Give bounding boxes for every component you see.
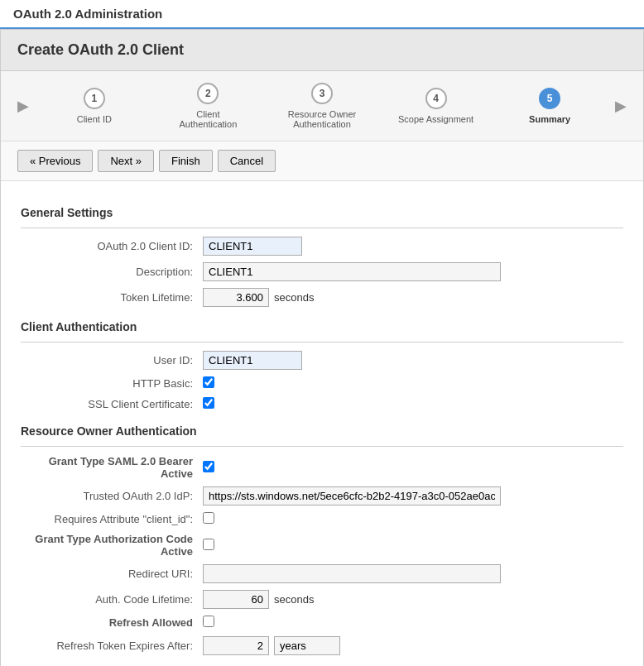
saml-bearer-control [203,461,517,475]
wizard-bar: ▶ 1 Client ID 2 Client Authentication 3 … [1,71,643,141]
refresh-token-input[interactable] [203,636,269,655]
refresh-token-label: Refresh Token Expires After: [21,640,203,652]
description-label: Description: [21,266,203,278]
top-cancel-button[interactable]: Cancel [218,150,276,172]
redirect-uri-input[interactable] [203,564,501,583]
resource-owner-title: Resource Owner Authentication [21,424,623,438]
step-3-label: Resource Owner Authentication [281,109,363,129]
refresh-allowed-label: Refresh Allowed [21,616,203,629]
step-1-label: Client ID [77,114,112,124]
step-3-circle: 3 [311,83,333,104]
user-id-row: User ID: [21,351,623,370]
redirect-uri-control [203,564,517,583]
client-id-label: OAuth 2.0 Client ID: [21,240,203,252]
requires-attr-checkbox[interactable] [203,512,214,524]
user-id-input[interactable] [203,351,302,370]
refresh-allowed-control [203,616,517,630]
step-5-label: Summary [529,114,570,124]
app-title: OAuth 2.0 Administration [13,7,162,21]
ssl-cert-control [203,397,517,411]
page-title: Create OAuth 2.0 Client [1,30,643,71]
auth-code-lifetime-input[interactable] [203,590,269,609]
auth-code-label: Grant Type Authorization Code Active [21,533,203,558]
top-toolbar: « Previous Next » Finish Cancel [1,141,643,181]
step-2-label: Client Authentication [166,109,249,129]
user-id-control [203,351,517,370]
refresh-token-row: Refresh Token Expires After: [21,636,623,655]
step-4-label: Scope Assignment [398,114,473,124]
refresh-allowed-row: Refresh Allowed [21,616,623,630]
refresh-token-unit-input[interactable] [274,636,340,655]
general-settings-divider [21,228,623,228]
wizard-step-4[interactable]: 4 Scope Assignment [379,88,493,124]
http-basic-control [203,376,517,390]
redirect-uri-label: Redirect URI: [21,568,203,580]
saml-bearer-checkbox[interactable] [203,461,214,472]
general-settings-title: General Settings [21,206,623,219]
requires-attr-row: Requires Attribute "client_id": [21,512,623,526]
http-basic-label: HTTP Basic: [21,377,203,390]
trusted-idp-label: Trusted OAuth 2.0 IdP: [21,490,203,502]
ssl-cert-label: SSL Client Certificate: [21,398,203,410]
wizard-steps: 1 Client ID 2 Client Authentication 3 Re… [37,83,607,129]
client-auth-title: Client Authentication [21,320,623,333]
app-header: OAuth 2.0 Administration [0,0,644,29]
wizard-arrow-left-icon: ▶ [17,97,29,115]
token-lifetime-unit: seconds [274,291,314,304]
http-basic-row: HTTP Basic: [21,376,623,390]
auth-code-lifetime-unit: seconds [274,593,314,606]
auth-code-control [203,539,517,553]
token-lifetime-label: Token Lifetime: [21,291,203,304]
top-next-button[interactable]: Next » [98,150,154,172]
client-id-input[interactable] [203,237,302,256]
description-row: Description: [21,262,623,281]
requires-attr-control [203,512,517,526]
trusted-idp-control [203,486,517,505]
content-area: General Settings OAuth 2.0 Client ID: De… [1,181,643,666]
requires-attr-label: Requires Attribute "client_id": [21,513,203,525]
auth-code-checkbox[interactable] [203,539,214,550]
wizard-arrow-right-icon: ▶ [615,97,627,115]
saml-bearer-label: Grant Type SAML 2.0 Bearer Active [21,455,203,480]
wizard-step-5[interactable]: 5 Summary [493,88,607,124]
redirect-uri-row: Redirect URI: [21,564,623,583]
trusted-idp-input[interactable] [203,486,501,505]
refresh-allowed-checkbox[interactable] [203,616,214,627]
token-lifetime-row: Token Lifetime: seconds [21,288,623,307]
wizard-step-2[interactable]: 2 Client Authentication [151,83,266,129]
resource-owner-divider [21,446,623,447]
client-id-row: OAuth 2.0 Client ID: [21,237,623,256]
step-5-circle: 5 [539,88,560,109]
ssl-cert-row: SSL Client Certificate: [21,397,623,411]
auth-code-lifetime-label: Auth. Code Lifetime: [21,593,203,606]
page-container: Create OAuth 2.0 Client ▶ 1 Client ID 2 … [0,29,644,666]
http-basic-checkbox[interactable] [203,376,214,388]
user-id-label: User ID: [21,354,203,367]
top-previous-button[interactable]: « Previous [17,150,93,172]
refresh-token-control [203,636,517,655]
ssl-cert-checkbox[interactable] [203,397,214,409]
wizard-step-1[interactable]: 1 Client ID [37,88,151,124]
step-2-circle: 2 [197,83,219,104]
step-1-circle: 1 [84,88,105,109]
wizard-step-3[interactable]: 3 Resource Owner Authentication [265,83,379,129]
client-auth-divider [21,342,623,343]
description-input[interactable] [203,262,501,281]
auth-code-lifetime-control: seconds [203,590,517,609]
description-control [203,262,517,281]
auth-code-lifetime-row: Auth. Code Lifetime: seconds [21,590,623,609]
trusted-idp-row: Trusted OAuth 2.0 IdP: [21,486,623,505]
step-4-circle: 4 [425,88,447,109]
top-finish-button[interactable]: Finish [159,150,213,172]
token-lifetime-control: seconds [203,288,517,307]
client-id-control [203,237,517,256]
token-lifetime-input[interactable] [203,288,269,307]
saml-bearer-row: Grant Type SAML 2.0 Bearer Active [21,455,623,480]
auth-code-row: Grant Type Authorization Code Active [21,533,623,558]
